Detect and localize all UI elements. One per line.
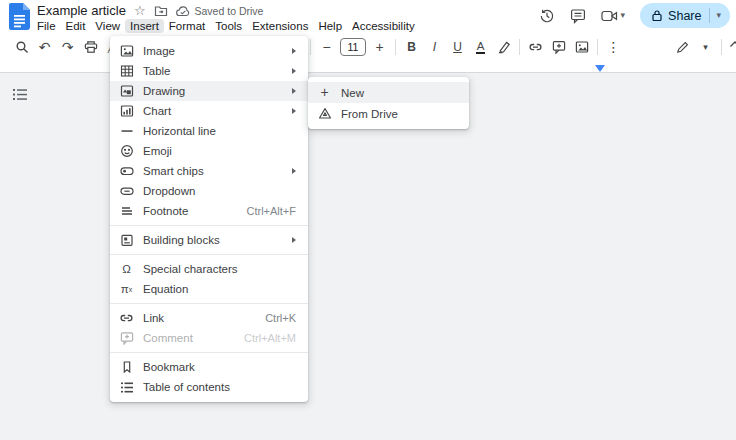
menu-accessibility[interactable]: Accessibility — [347, 19, 420, 33]
google-docs-logo-icon[interactable] — [9, 3, 30, 30]
image-icon — [119, 44, 134, 58]
redo-icon[interactable]: ↷ — [56, 36, 79, 58]
shortcut-label: Ctrl+Alt+M — [244, 332, 296, 344]
hide-menus-icon[interactable] — [729, 40, 736, 48]
share-button[interactable]: Share ▾ — [640, 3, 730, 28]
menu-item-table-of-contents[interactable]: Table of contents — [110, 377, 308, 397]
undo-icon[interactable]: ↶ — [33, 36, 56, 58]
toolbar-divider — [310, 39, 311, 55]
table-of-contents-icon — [119, 381, 134, 394]
menu-divider — [110, 225, 308, 226]
menu-divider — [110, 254, 308, 255]
menu-item-horizontal-line[interactable]: Horizontal line — [110, 121, 308, 141]
dropdown-icon — [119, 184, 134, 198]
menu-item-equation[interactable]: πx Equation — [110, 279, 308, 299]
add-comment-icon[interactable] — [547, 36, 570, 58]
submenu-arrow-icon — [292, 88, 296, 94]
footnote-icon — [119, 204, 134, 218]
share-dropdown-icon[interactable]: ▾ — [716, 11, 721, 20]
italic-button[interactable]: I — [423, 36, 446, 58]
shortcut-label: Ctrl+K — [265, 312, 296, 324]
smart-chips-icon — [119, 164, 134, 178]
menu-item-table[interactable]: Table — [110, 61, 308, 81]
move-to-folder-icon[interactable] — [154, 4, 168, 18]
increase-font-size-button[interactable]: + — [368, 36, 391, 58]
menu-view[interactable]: View — [90, 19, 125, 33]
menu-item-smart-chips[interactable]: Smart chips — [110, 161, 308, 181]
version-history-icon[interactable] — [539, 8, 555, 24]
menu-tools[interactable]: Tools — [210, 19, 247, 33]
toolbar-divider — [395, 39, 396, 55]
editing-mode-dropdown-icon[interactable]: ▾ — [694, 36, 717, 58]
insert-menu: Image Table Drawing Chart Horizontal lin… — [110, 36, 308, 402]
share-button-label: Share — [668, 9, 701, 23]
toolbar-divider — [721, 39, 722, 55]
text-color-button[interactable]: A — [469, 36, 492, 58]
menu-item-dropdown[interactable]: Dropdown — [110, 181, 308, 201]
add-comment-icon — [119, 331, 134, 345]
menu-insert[interactable]: Insert — [125, 19, 164, 33]
insert-link-icon[interactable] — [524, 36, 547, 58]
menu-extensions[interactable]: Extensions — [247, 19, 313, 33]
star-icon[interactable]: ☆ — [134, 4, 146, 17]
menu-help[interactable]: Help — [313, 19, 347, 33]
menu-item-chart[interactable]: Chart — [110, 101, 308, 121]
menu-item-bookmark[interactable]: Bookmark — [110, 357, 308, 377]
menu-edit[interactable]: Edit — [61, 19, 91, 33]
submenu-item-new[interactable]: + New — [308, 82, 469, 103]
app-header: Example article ☆ Saved to Drive File Ed… — [0, 0, 736, 32]
bold-button[interactable]: B — [400, 36, 423, 58]
insert-image-icon[interactable] — [570, 36, 593, 58]
cloud-saved-icon — [176, 5, 190, 17]
menu-item-footnote[interactable]: Footnote Ctrl+Alt+F — [110, 201, 308, 221]
chart-icon — [119, 104, 134, 118]
video-camera-icon — [601, 9, 618, 23]
font-size-input[interactable] — [340, 38, 366, 56]
shortcut-label: Ctrl+Alt+F — [246, 205, 296, 217]
plus-icon: + — [317, 87, 332, 98]
drawing-icon — [119, 84, 134, 98]
menu-item-emoji[interactable]: Emoji — [110, 141, 308, 161]
submenu-arrow-icon — [292, 168, 296, 174]
special-characters-icon: Ω — [119, 264, 134, 275]
menu-item-drawing[interactable]: Drawing — [110, 81, 308, 101]
search-menus-icon[interactable] — [10, 36, 33, 58]
underline-button[interactable]: U — [446, 36, 469, 58]
more-options-icon[interactable]: ⋮ — [602, 36, 625, 58]
lock-icon — [651, 9, 663, 22]
equation-icon: πx — [119, 284, 134, 295]
emoji-icon — [119, 144, 134, 158]
share-divider — [709, 8, 710, 23]
document-title[interactable]: Example article — [37, 3, 126, 18]
menu-item-special-characters[interactable]: Ω Special characters — [110, 259, 308, 279]
document-status[interactable]: Saved to Drive — [176, 5, 264, 17]
submenu-arrow-icon — [292, 237, 296, 243]
submenu-item-from-drive[interactable]: From Drive — [308, 103, 469, 124]
menu-format[interactable]: Format — [164, 19, 210, 33]
right-indent-marker[interactable] — [595, 65, 605, 72]
link-icon — [119, 311, 134, 325]
drawing-submenu: + New From Drive — [308, 77, 469, 129]
menu-item-link[interactable]: Link Ctrl+K — [110, 308, 308, 328]
submenu-arrow-icon — [292, 68, 296, 74]
saved-status-label: Saved to Drive — [195, 5, 264, 17]
menu-item-building-blocks[interactable]: Building blocks — [110, 230, 308, 250]
editing-mode-pencil-icon[interactable] — [671, 36, 694, 58]
drive-icon — [317, 107, 332, 120]
print-icon[interactable] — [79, 36, 102, 58]
horizontal-line-icon — [119, 124, 134, 138]
toolbar-divider — [519, 39, 520, 55]
menu-divider — [110, 303, 308, 304]
toolbar-divider — [597, 39, 598, 55]
menu-item-image[interactable]: Image — [110, 41, 308, 61]
document-outline-icon[interactable] — [13, 88, 27, 101]
submenu-arrow-icon — [292, 48, 296, 54]
join-call-button[interactable]: ▾ — [601, 9, 626, 23]
table-icon — [119, 64, 134, 78]
menu-item-comment: Comment Ctrl+Alt+M — [110, 328, 308, 348]
bookmark-icon — [119, 360, 134, 374]
comments-icon[interactable] — [570, 8, 586, 24]
highlight-color-icon[interactable] — [492, 36, 515, 58]
decrease-font-size-button[interactable]: − — [315, 36, 338, 58]
menu-file[interactable]: File — [32, 19, 61, 33]
